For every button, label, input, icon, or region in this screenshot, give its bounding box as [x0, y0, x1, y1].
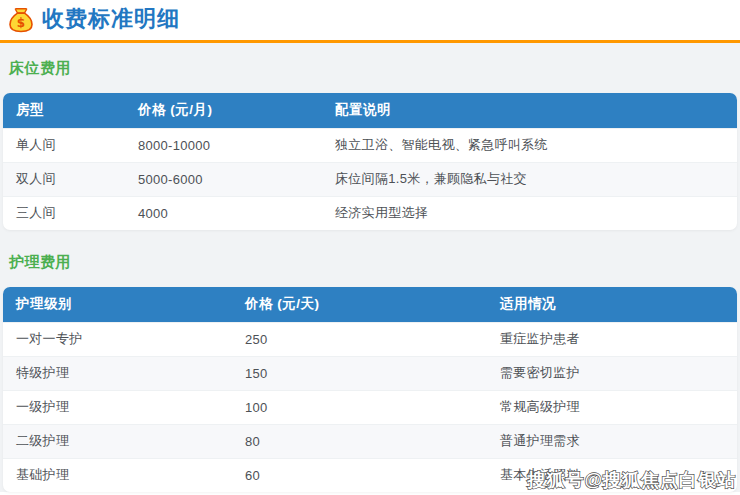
table-header-row: 护理级别 价格 (元/天) 适用情况 — [3, 287, 737, 322]
cell-price: 150 — [232, 356, 487, 390]
cell-nursing-level: 基础护理 — [3, 458, 232, 492]
column-header-room-type: 房型 — [3, 93, 125, 128]
cell-applicable: 常规高级护理 — [487, 390, 737, 424]
page-title: 收费标准明细 — [42, 8, 180, 32]
cell-applicable: 重症监护患者 — [487, 322, 737, 356]
column-header-price-month: 价格 (元/月) — [125, 93, 322, 128]
column-header-nursing-level: 护理级别 — [3, 287, 232, 322]
cell-price: 250 — [232, 322, 487, 356]
table-header-row: 房型 价格 (元/月) 配置说明 — [3, 93, 737, 128]
column-header-price-day: 价格 (元/天) — [232, 287, 487, 322]
content-area: 床位费用 房型 价格 (元/月) 配置说明 单人间 8000-10000 独立卫… — [0, 43, 740, 492]
cell-nursing-level: 一对一专护 — [3, 322, 232, 356]
cell-config: 独立卫浴、智能电视、紧急呼叫系统 — [322, 128, 737, 162]
column-header-applicable: 适用情况 — [487, 287, 737, 322]
cell-config: 经济实用型选择 — [322, 196, 737, 230]
cell-room-type: 单人间 — [3, 128, 125, 162]
cell-room-type: 三人间 — [3, 196, 125, 230]
section-heading-nursing-fees: 护理费用 — [3, 230, 737, 272]
table-row: 双人间 5000-6000 床位间隔1.5米，兼顾隐私与社交 — [3, 162, 737, 196]
cell-nursing-level: 一级护理 — [3, 390, 232, 424]
cell-price: 60 — [232, 458, 487, 492]
page-header: $ 收费标准明细 — [0, 0, 740, 43]
cell-price: 4000 — [125, 196, 322, 230]
money-bag-icon: $ — [8, 7, 34, 33]
cell-applicable: 需要密切监护 — [487, 356, 737, 390]
cell-nursing-level: 二级护理 — [3, 424, 232, 458]
column-header-config: 配置说明 — [322, 93, 737, 128]
table-row: 单人间 8000-10000 独立卫浴、智能电视、紧急呼叫系统 — [3, 128, 737, 162]
table-row: 一对一专护 250 重症监护患者 — [3, 322, 737, 356]
cell-room-type: 双人间 — [3, 162, 125, 196]
cell-nursing-level: 特级护理 — [3, 356, 232, 390]
bed-fees-table: 房型 价格 (元/月) 配置说明 单人间 8000-10000 独立卫浴、智能电… — [3, 93, 737, 230]
cell-price: 8000-10000 — [125, 128, 322, 162]
page: $ 收费标准明细 床位费用 房型 价格 (元/月) 配置说明 单人间 — [0, 0, 740, 495]
watermark: 搜狐号@搜狐焦点白银站 — [527, 468, 736, 492]
svg-text:$: $ — [17, 16, 25, 30]
table-row: 二级护理 80 普通护理需求 — [3, 424, 737, 458]
nursing-fees-table: 护理级别 价格 (元/天) 适用情况 一对一专护 250 重症监护患者 特级护理… — [3, 287, 737, 492]
cell-price: 100 — [232, 390, 487, 424]
table-row: 特级护理 150 需要密切监护 — [3, 356, 737, 390]
cell-applicable: 普通护理需求 — [487, 424, 737, 458]
nursing-fees-table-card: 护理级别 价格 (元/天) 适用情况 一对一专护 250 重症监护患者 特级护理… — [3, 287, 737, 492]
cell-config: 床位间隔1.5米，兼顾隐私与社交 — [322, 162, 737, 196]
cell-price: 80 — [232, 424, 487, 458]
table-row: 三人间 4000 经济实用型选择 — [3, 196, 737, 230]
table-row: 一级护理 100 常规高级护理 — [3, 390, 737, 424]
cell-price: 5000-6000 — [125, 162, 322, 196]
bed-fees-table-card: 房型 价格 (元/月) 配置说明 单人间 8000-10000 独立卫浴、智能电… — [3, 93, 737, 230]
section-heading-bed-fees: 床位费用 — [3, 43, 737, 78]
